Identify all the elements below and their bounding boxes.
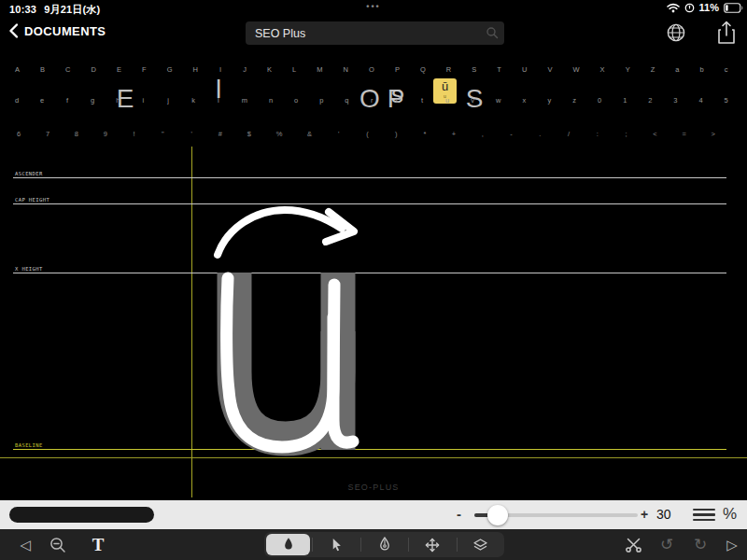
size-slider[interactable] — [474, 508, 638, 523]
glyph-cell[interactable]: I — [218, 66, 222, 74]
glyph-cell[interactable]: 0 — [598, 97, 601, 105]
zoom-out-button[interactable] — [47, 529, 69, 560]
glyph-cell[interactable]: c — [725, 66, 728, 74]
glyph-cell[interactable]: ) — [394, 131, 398, 138]
glyph-cell[interactable]: a — [675, 66, 679, 74]
glyph-cell[interactable]: ( — [366, 131, 370, 138]
glyph-cell[interactable]: 3 — [673, 97, 677, 105]
glyph-cell[interactable]: O — [369, 66, 374, 74]
glyph-cell[interactable]: + — [452, 131, 456, 138]
glyph-cell[interactable]: h — [116, 97, 120, 105]
glyph-cell[interactable]: ! — [133, 131, 136, 138]
glyph-cell[interactable]: " — [161, 131, 164, 138]
glyph-cell[interactable]: Y — [626, 66, 630, 74]
glyph-cell[interactable]: v — [471, 97, 474, 105]
glyph-cell[interactable]: b — [700, 66, 704, 74]
brush-tool-button[interactable] — [264, 532, 312, 557]
glyph-cell[interactable]: n — [269, 97, 273, 105]
glyph-cell[interactable]: p — [319, 97, 323, 105]
glyph-cell[interactable]: 8 — [75, 131, 78, 138]
glyph-cell[interactable]: X — [600, 66, 605, 74]
glyph-cell[interactable]: ; — [625, 131, 628, 138]
glyph-cell[interactable]: y — [547, 97, 551, 105]
glyph-cell[interactable]: z — [572, 97, 576, 105]
glyph-cell[interactable]: % — [276, 131, 283, 138]
glyph-cell[interactable]: w — [496, 97, 500, 105]
glyph-cell[interactable]: W — [572, 66, 579, 74]
size-decrease-button[interactable]: - — [457, 506, 461, 522]
glyph-cell[interactable]: j — [166, 97, 170, 105]
glyph-cell[interactable]: k — [191, 97, 195, 105]
glyph-cell[interactable]: S — [472, 66, 476, 74]
document-title-field[interactable] — [246, 21, 504, 45]
undo-button[interactable]: ↺ — [655, 529, 678, 560]
glyph-cell[interactable]: s — [395, 97, 399, 105]
glyph-cell[interactable]: N — [344, 66, 348, 74]
glyph-cell[interactable]: 7 — [46, 131, 49, 138]
glyph-cell[interactable]: x — [522, 97, 526, 105]
glyph-cell[interactable]: K — [267, 66, 272, 74]
glyph-cell[interactable]: & — [307, 131, 312, 138]
glyph-cell[interactable]: o — [294, 97, 298, 105]
play-button[interactable]: ▷ — [721, 529, 743, 560]
glyph-cell[interactable]: G — [167, 66, 173, 74]
cut-button[interactable] — [622, 529, 644, 560]
glyph-cell[interactable]: E — [117, 66, 121, 74]
glyph-cell[interactable]: 9 — [104, 131, 107, 138]
glyph-cell[interactable]: F — [142, 66, 147, 74]
percent-toggle-button[interactable]: % — [723, 505, 737, 524]
glyph-cell[interactable]: d — [15, 97, 19, 105]
text-tool-button[interactable]: T — [88, 529, 108, 560]
globe-button[interactable] — [665, 21, 687, 44]
glyph-cell[interactable]: * — [423, 131, 427, 138]
glyph-cell[interactable]: M — [317, 66, 322, 74]
glyph-cell[interactable]: g — [91, 97, 94, 105]
glyph-cell[interactable]: R — [446, 66, 451, 74]
glyph-cell[interactable]: V — [547, 66, 552, 74]
share-button[interactable] — [715, 21, 738, 45]
glyph-cell[interactable]: L — [292, 66, 296, 74]
glyph-cell[interactable]: , — [481, 131, 485, 138]
glyph-cell[interactable]: C — [65, 66, 70, 74]
glyph-cell[interactable]: J — [243, 66, 247, 74]
glyph-cell[interactable]: $ — [247, 131, 251, 138]
glyph-cell[interactable]: 4 — [698, 97, 702, 105]
glyph-cell[interactable]: q — [345, 97, 348, 105]
glyph-cell[interactable]: Z — [651, 66, 655, 74]
glyph-cell[interactable]: m — [242, 97, 247, 105]
previous-glyph-button[interactable]: ◁ — [15, 529, 35, 560]
glyph-cell[interactable]: f — [65, 97, 69, 105]
glyph-cell[interactable]: = — [682, 131, 685, 138]
glyph-cell[interactable]: # — [218, 131, 222, 138]
drawing-canvas[interactable]: ASCENDER CAP HEIGHT X HEIGHT BASELINE — [0, 145, 747, 500]
glyph-cell[interactable]: < — [653, 131, 656, 138]
glyph-cell[interactable]: r — [370, 97, 374, 105]
glyph-cell[interactable]: > — [712, 131, 715, 138]
glyph-cell[interactable]: . — [538, 131, 542, 138]
select-tool-button[interactable] — [312, 532, 359, 557]
glyph-cell[interactable]: l — [217, 97, 220, 105]
glyph-cell[interactable]: ' — [190, 131, 193, 138]
glyph-cell[interactable]: Q — [420, 66, 426, 74]
glyph-cell[interactable]: H — [193, 66, 198, 74]
move-tool-button[interactable] — [408, 532, 456, 557]
glyph-cell[interactable]: - — [510, 131, 514, 138]
glyph-cell[interactable]: 2 — [648, 97, 652, 105]
glyph-cell[interactable]: : — [596, 131, 599, 138]
redo-button[interactable]: ↻ — [689, 529, 712, 560]
back-to-documents-button[interactable]: DOCUMENTS — [9, 23, 106, 38]
glyph-cell[interactable]: B — [40, 66, 45, 74]
glyph-cell[interactable]: U — [522, 66, 527, 74]
menu-button[interactable] — [693, 509, 715, 521]
glyph-cell[interactable]: 1 — [623, 97, 627, 105]
glyph-cell[interactable]: u — [445, 97, 449, 105]
pen-tool-button[interactable] — [360, 532, 408, 557]
layers-tool-button[interactable] — [457, 532, 504, 557]
glyph-cell[interactable]: A — [15, 66, 20, 74]
glyph-cell[interactable]: ' — [337, 131, 341, 138]
glyph-cell[interactable]: e — [40, 97, 44, 105]
glyph-cell[interactable]: i — [141, 97, 145, 105]
glyph-cell[interactable]: / — [567, 131, 571, 138]
glyph-cell[interactable]: D — [92, 66, 96, 74]
slider-knob[interactable] — [487, 505, 508, 525]
